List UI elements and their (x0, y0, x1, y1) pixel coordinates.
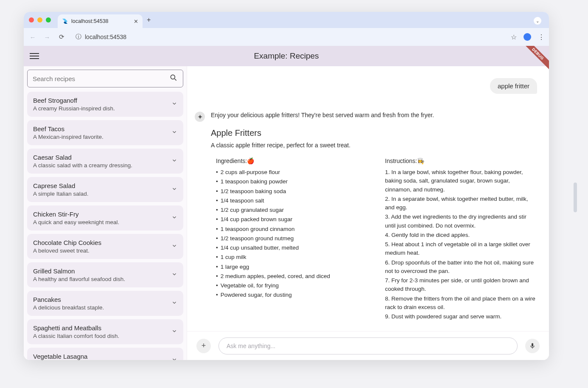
sidebar-item-title: Beef Stroganoff (33, 97, 171, 104)
chevron-down-icon (171, 101, 177, 108)
search-icon[interactable] (169, 73, 178, 84)
browser-toolbar: ← → ⟳ ⓘ localhost:54538 ☆ ⋮ (24, 28, 549, 46)
instruction-step: 7. Fry for 2-3 minutes per side, or unti… (385, 276, 538, 294)
ingredient-item: 2 cups all-purpose flour (216, 168, 368, 177)
browser-tab[interactable]: localhost:54538 ✕ (58, 14, 143, 28)
chevron-down-icon (171, 328, 177, 336)
ingredient-item: Powdered sugar, for dusting (216, 291, 368, 299)
sidebar-item-subtitle: A delicious breakfast staple. (33, 304, 171, 311)
window-controls (29, 17, 51, 22)
sidebar-item-title: Caprese Salad (33, 182, 171, 189)
sidebar-item-subtitle: A healthy and flavorful seafood dish. (33, 276, 171, 282)
compose-input[interactable] (218, 337, 518, 354)
overflow-menu-button[interactable]: ⋮ (538, 33, 545, 41)
window-minimize-icon[interactable] (37, 17, 42, 22)
chevron-down-icon (171, 214, 177, 222)
new-tab-button[interactable]: + (147, 16, 151, 24)
profile-button[interactable] (524, 33, 531, 41)
reload-button[interactable]: ⟳ (57, 32, 66, 42)
site-info-icon[interactable]: ⓘ (76, 33, 81, 41)
sidebar-item[interactable]: Caesar SaladA classic salad with a cream… (27, 149, 183, 174)
sidebar-item[interactable]: Chicken Stir-FryA quick and easy weeknig… (27, 205, 183, 231)
sidebar-item-title: Chicken Stir-Fry (33, 211, 171, 218)
sidebar-item[interactable]: Vegetable LasagnaA hearty vegetarian pas… (27, 348, 183, 360)
assistant-intro-text: Enjoy your delicious apple fritters! The… (211, 111, 537, 120)
flutter-favicon-icon (62, 18, 68, 24)
ingredient-item: 1/2 cup granulated sugar (216, 206, 368, 214)
sidebar-item[interactable]: Chocolate Chip CookiesA beloved sweet tr… (27, 234, 183, 259)
url-field[interactable]: ⓘ localhost:54538 (71, 31, 501, 43)
ingredient-item: 1/4 cup packed brown sugar (216, 215, 368, 224)
page-title: Example: Recipes (254, 51, 319, 61)
instructions-column: Instructions:👩‍🍳 1. In a large bowl, whi… (385, 157, 538, 322)
instruction-step: 2. In a separate bowl, whisk together me… (385, 195, 538, 212)
sidebar-item-subtitle: A simple Italian salad. (33, 191, 171, 197)
main-panel: apple fritter ✦ Enjoy your delicious app… (187, 66, 549, 360)
sidebar-item-subtitle: A creamy Russian-inspired dish. (33, 105, 171, 112)
ingredient-item: 1 teaspoon ground cinnamon (216, 225, 368, 233)
browser-window: localhost:54538 ✕ + ⌄ ← → ⟳ ⓘ localhost:… (24, 12, 549, 360)
window-maximize-icon[interactable] (46, 17, 51, 22)
chevron-down-icon (171, 300, 177, 307)
chat-scroll[interactable]: apple fritter ✦ Enjoy your delicious app… (187, 66, 549, 331)
instruction-step: 1. In a large bowl, whisk together flour… (385, 168, 538, 194)
ingredient-item: 1 cup milk (216, 253, 368, 261)
sidebar-item-title: Spaghetti and Meatballs (33, 324, 171, 332)
menu-button[interactable] (30, 53, 39, 59)
chevron-down-icon (171, 157, 177, 165)
sidebar-item-subtitle: A classic salad with a creamy dressing. (33, 162, 171, 169)
sidebar-item-title: Beef Tacos (33, 125, 171, 132)
instruction-step: 4. Gently fold in the diced apples. (385, 231, 538, 239)
chevron-down-icon (171, 129, 177, 137)
ingredient-item: 2 medium apples, peeled, cored, and dice… (216, 272, 368, 281)
svg-point-2 (171, 75, 175, 79)
mic-button[interactable] (525, 339, 540, 353)
sidebar-item[interactable]: PancakesA delicious breakfast staple. (27, 291, 183, 316)
url-text: localhost:54538 (85, 34, 126, 40)
instruction-step: 9. Dust with powdered sugar and serve wa… (385, 312, 538, 321)
app-body: Beef StroganoffA creamy Russian-inspired… (24, 66, 549, 360)
ingredient-item: 1/2 teaspoon baking soda (216, 187, 368, 196)
app-header: Example: Recipes DEBUG (24, 46, 549, 66)
sidebar-item-title: Grilled Salmon (33, 267, 171, 275)
instruction-step: 5. Heat about 1 inch of vegetable oil in… (385, 240, 538, 258)
sidebar-item[interactable]: Beef StroganoffA creamy Russian-inspired… (27, 92, 183, 117)
page-scrollbar[interactable] (574, 183, 577, 212)
instruction-step: 3. Add the wet ingredients to the dry in… (385, 213, 538, 230)
instruction-step: 8. Remove the fritters from the oil and … (385, 295, 538, 312)
chevron-down-icon (171, 186, 177, 194)
close-icon[interactable]: ✕ (134, 18, 138, 25)
attach-button[interactable]: + (196, 339, 211, 353)
sidebar-item[interactable]: Beef TacosA Mexican-inspired favorite. (27, 120, 183, 145)
tab-overflow-button[interactable]: ⌄ (534, 17, 541, 25)
search-input[interactable] (33, 75, 169, 82)
ingredient-item: 1 teaspoon baking powder (216, 177, 368, 186)
sidebar-item[interactable]: Caprese SaladA simple Italian salad. (27, 177, 183, 202)
sidebar-item[interactable]: Spaghetti and MeatballsA classic Italian… (27, 319, 183, 344)
search-field[interactable] (27, 70, 183, 87)
bookmark-icon[interactable]: ☆ (511, 33, 517, 41)
ingredients-column: Ingredients:🍎 2 cups all-purpose flour1 … (216, 157, 368, 322)
window-close-icon[interactable] (29, 17, 34, 22)
ingredient-item: Vegetable oil, for frying (216, 281, 368, 290)
back-button[interactable]: ← (28, 32, 37, 42)
ingredient-item: 1/4 teaspoon salt (216, 197, 368, 205)
assistant-message: ✦ Enjoy your delicious apple fritters! T… (195, 111, 537, 331)
instruction-step: 6. Drop spoonfuls of the batter into the… (385, 259, 538, 276)
chevron-down-icon (171, 243, 177, 250)
assistant-avatar-icon[interactable]: ✦ (195, 112, 205, 122)
ingredients-heading: Ingredients:🍎 (216, 157, 368, 166)
ingredient-item: 1 large egg (216, 263, 368, 271)
ingredient-item: 1/2 teaspoon ground nutmeg (216, 234, 368, 243)
chevron-down-icon (171, 357, 177, 360)
sidebar-item[interactable]: Grilled SalmonA healthy and flavorful se… (27, 262, 183, 287)
sidebar-item-subtitle: A beloved sweet treat. (33, 247, 171, 254)
sidebar-item-subtitle: A Mexican-inspired favorite. (33, 134, 171, 140)
sidebar: Beef StroganoffA creamy Russian-inspired… (24, 66, 187, 360)
sidebar-item-title: Chocolate Chip Cookies (33, 239, 171, 246)
sidebar-item-title: Caesar Salad (33, 154, 171, 161)
sidebar-item-subtitle: A quick and easy weeknight meal. (33, 219, 171, 225)
svg-line-3 (175, 79, 176, 81)
ingredient-item: 1/4 cup unsalted butter, melted (216, 244, 368, 252)
forward-button[interactable]: → (42, 32, 52, 42)
